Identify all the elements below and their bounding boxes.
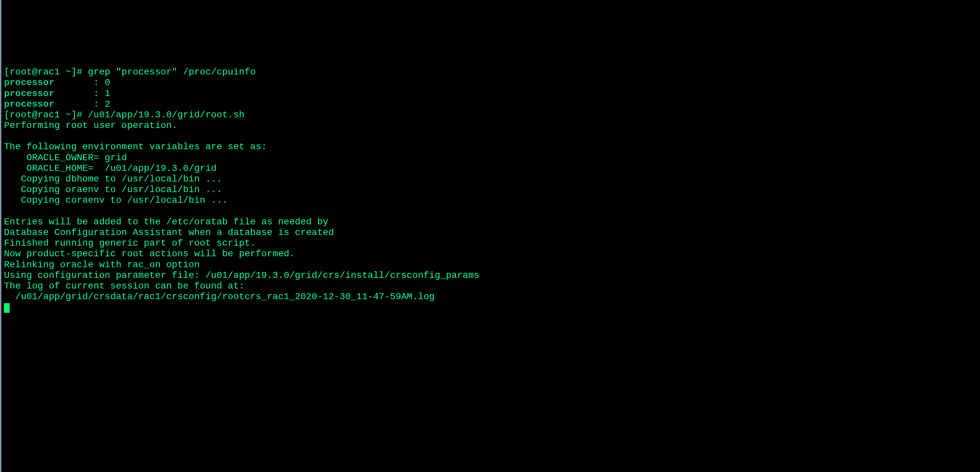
terminal-line: processor : 1 <box>4 89 976 99</box>
output-text: : 2 <box>54 99 110 109</box>
terminal-line: Relinking oracle with rac_on option <box>4 260 976 270</box>
output-text: The log of current session can be found … <box>4 281 245 291</box>
terminal-line: Now product-specific root actions will b… <box>4 249 976 259</box>
terminal-output[interactable]: [root@rac1 ~]# grep "processor" /proc/cp… <box>4 67 976 313</box>
output-text: Copying dbhome to /usr/local/bin ... <box>4 174 222 184</box>
output-text: Copying oraenv to /usr/local/bin ... <box>4 184 222 195</box>
output-text: Database Configuration Assistant when a … <box>4 227 334 238</box>
terminal-cursor-line[interactable] <box>4 302 976 313</box>
terminal-line: Using configuration parameter file: /u01… <box>4 270 976 281</box>
output-text: /u01/app/19.3.0/grid/root.sh <box>88 110 244 120</box>
terminal-line: /u01/app/grid/crsdata/rac1/crsconfig/roo… <box>4 291 976 302</box>
terminal-line: The following environment variables are … <box>4 142 976 152</box>
shell-prompt: [root@rac1 ~]# <box>4 110 88 120</box>
output-text: ORACLE_OWNER= grid <box>4 152 127 163</box>
matched-text: processor <box>4 78 54 88</box>
terminal-line: The log of current session can be found … <box>4 281 976 291</box>
output-text: : 0 <box>54 78 110 88</box>
matched-text: processor <box>4 89 54 99</box>
output-text: Relinking oracle with rac_on option <box>4 260 200 270</box>
terminal-cursor <box>4 303 10 313</box>
shell-prompt: [root@rac1 ~]# <box>4 67 88 77</box>
terminal-line: Copying oraenv to /usr/local/bin ... <box>4 184 976 195</box>
output-text: The following environment variables are … <box>4 142 267 152</box>
output-text: Entries will be added to the /etc/oratab… <box>4 217 329 227</box>
output-text: ORACLE_HOME= /u01/app/19.3.0/grid <box>4 163 217 174</box>
terminal-line: ORACLE_HOME= /u01/app/19.3.0/grid <box>4 163 976 174</box>
terminal-line: [root@rac1 ~]# /u01/app/19.3.0/grid/root… <box>4 110 976 120</box>
terminal-line: Entries will be added to the /etc/oratab… <box>4 217 976 227</box>
output-text: : 1 <box>54 89 110 99</box>
terminal-line: processor : 0 <box>4 78 976 88</box>
matched-text: processor <box>4 99 54 109</box>
output-text: /u01/app/grid/crsdata/rac1/crsconfig/roo… <box>4 291 435 302</box>
terminal-line: Database Configuration Assistant when a … <box>4 227 976 238</box>
terminal-line: Copying dbhome to /usr/local/bin ... <box>4 174 976 184</box>
output-text: Using configuration parameter file: /u01… <box>4 270 479 280</box>
terminal-line: Copying coraenv to /usr/local/bin ... <box>4 195 976 206</box>
terminal-line: [root@rac1 ~]# grep "processor" /proc/cp… <box>4 67 976 78</box>
terminal-line: Performing root user operation. <box>4 120 976 131</box>
terminal-line: ORACLE_OWNER= grid <box>4 152 976 163</box>
output-text: Copying coraenv to /usr/local/bin ... <box>4 195 228 206</box>
terminal-line: processor : 2 <box>4 99 976 110</box>
output-text: Performing root user operation. <box>4 120 177 131</box>
terminal-line: Finished running generic part of root sc… <box>4 238 976 249</box>
terminal-line <box>4 131 976 142</box>
output-text: grep "processor" /proc/cpuinfo <box>88 67 256 77</box>
output-text: Now product-specific root actions will b… <box>4 249 295 259</box>
terminal-line <box>4 206 976 217</box>
window-left-edge <box>0 0 2 369</box>
output-text: Finished running generic part of root sc… <box>4 238 256 248</box>
